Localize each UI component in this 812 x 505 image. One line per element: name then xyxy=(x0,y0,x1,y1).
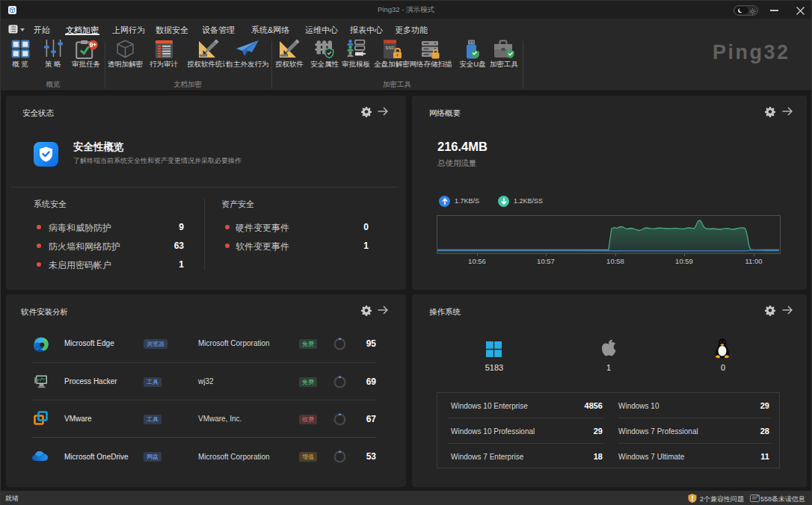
svg-text:SSD: SSD xyxy=(385,46,395,50)
svg-text:9+: 9+ xyxy=(90,41,97,49)
